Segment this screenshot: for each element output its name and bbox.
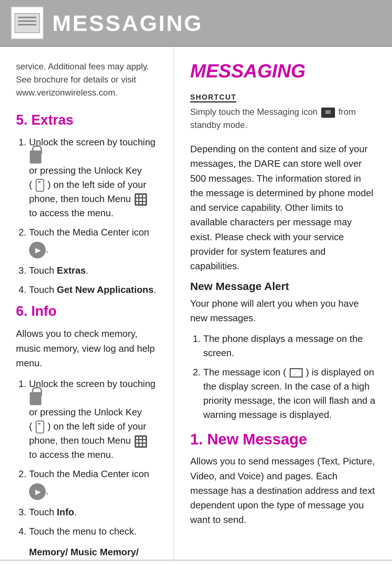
step3-bold: Extras <box>57 265 86 276</box>
new-message-heading: 1. New Message <box>190 431 376 448</box>
alert-steps-list: The phone displays a message on the scre… <box>190 332 376 422</box>
section5-step4: Touch Get New Applications. <box>29 283 158 297</box>
section5-step3: Touch Extras. <box>29 263 158 278</box>
lock-icon-2 <box>30 392 41 405</box>
messaging-header-icon <box>15 13 40 33</box>
s6-step1-text4: to access the menu. <box>29 449 114 460</box>
section5-step1: Unlock the screen by touching or pressin… <box>29 135 158 220</box>
menu-grid-icon-2 <box>135 435 147 448</box>
s6-step3-bold: Info <box>57 507 74 517</box>
alert-step1-text: The phone displays a message on the scre… <box>203 333 363 358</box>
media-center-icon-block: . <box>29 242 158 258</box>
envelope-icon <box>290 368 303 378</box>
header-title: MESSAGING <box>52 10 203 36</box>
section6-step4: Touch the menu to check. <box>29 524 158 539</box>
media-center-icon <box>29 242 46 258</box>
alert-step2-pre: The message icon ( <box>203 367 286 378</box>
messaging-icon-inline <box>321 108 335 118</box>
intro-line1: service. Additional fees may apply. <box>16 60 158 73</box>
step1-text3: ( ) on the left side of your phone, then… <box>29 179 146 204</box>
media-center-icon-2 <box>29 483 46 500</box>
s6-step4-text: Touch the menu to check. <box>29 526 136 537</box>
alert-step1: The phone displays a message on the scre… <box>203 332 376 360</box>
s6-step3-pre: Touch <box>29 507 57 517</box>
step3-pre: Touch <box>29 265 57 276</box>
new-message-body: Allows you to send messages (Text, Pictu… <box>190 454 376 527</box>
step1-text2: or pressing the Unlock Key <box>29 165 142 176</box>
shortcut-text: Simply touch the Messaging icon from sta… <box>190 105 376 132</box>
section6-heading: 6. Info <box>16 303 158 319</box>
s6-step1-text3: ( ) on the left side of your phone, then… <box>29 421 146 446</box>
section5-list: Unlock the screen by touching or pressin… <box>16 135 158 297</box>
media-center-icon-block-2: . <box>29 483 158 500</box>
s6-step1-text1: Unlock the screen by touching <box>29 378 155 389</box>
step3-post: . <box>86 265 88 276</box>
header-icon-box <box>11 7 44 39</box>
page-footer: 48 Dare™ <box>0 560 392 564</box>
phone-side-icon-2 <box>36 420 44 434</box>
step4-pre: Touch <box>29 284 57 295</box>
intro-line2: See brochure for details or visit <box>16 73 158 86</box>
alert-intro: Your phone will alert you when you have … <box>190 296 376 326</box>
section6-list: Unlock the screen by touching or pressin… <box>16 377 158 539</box>
section5-step2: Touch the Media Center icon . <box>29 225 158 258</box>
section6-step3: Touch Info. <box>29 505 158 519</box>
left-column: service. Additional fees may apply. See … <box>0 47 174 564</box>
lock-icon <box>30 150 41 164</box>
shortcut-text-pre: Simply touch the Messaging icon <box>190 107 318 117</box>
section6-intro: Allows you to check memory, music memory… <box>16 326 158 370</box>
section6-step1: Unlock the screen by touching or pressin… <box>29 377 158 462</box>
page-header: MESSAGING <box>0 0 392 47</box>
intro-line3: www.verizonwireless.com. <box>16 86 158 99</box>
right-column: MESSAGING SHORTCUT Simply touch the Mess… <box>174 47 392 564</box>
menu-grid-icon <box>135 193 147 206</box>
step4-bold: Get New Applications <box>57 284 154 295</box>
alert-step2: The message icon ( ) is displayed on the… <box>203 365 376 422</box>
step1-text4: to access the menu. <box>29 208 114 218</box>
step4-post: . <box>154 284 156 295</box>
intro-text: service. Additional fees may apply. See … <box>16 60 158 99</box>
s6-step3-post: . <box>74 507 77 517</box>
s6-step2-text: Touch the Media Center icon <box>29 468 149 479</box>
step2-text: Touch the Media Center icon <box>29 227 149 238</box>
right-col-title: MESSAGING <box>190 60 376 82</box>
shortcut-label: SHORTCUT <box>190 93 236 102</box>
step1-text1: Unlock the screen by touching <box>29 137 155 148</box>
section6-step2: Touch the Media Center icon . <box>29 467 158 500</box>
section5-heading: 5. Extras <box>16 112 158 128</box>
s6-step1-text2: or pressing the Unlock Key <box>29 407 142 418</box>
phone-side-icon <box>36 179 44 192</box>
right-col-body1: Depending on the content and size of you… <box>190 142 376 274</box>
main-content: service. Additional fees may apply. See … <box>0 47 392 564</box>
alert-heading: New Message Alert <box>190 280 376 293</box>
